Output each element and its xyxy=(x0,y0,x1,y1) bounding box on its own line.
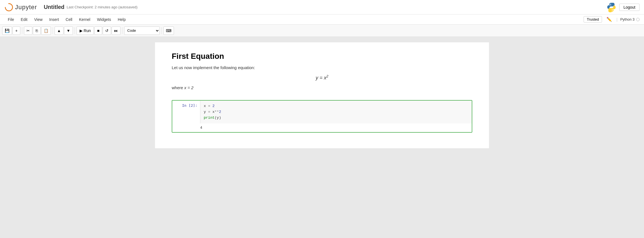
code-line-3: print(y) xyxy=(204,115,468,121)
edit-pencil-button[interactable]: ✏️ xyxy=(605,16,614,23)
checkpoint-info: Last Checkpoint: 2 minutes ago (autosave… xyxy=(67,5,137,9)
copy-cell-button[interactable]: ⎘ xyxy=(33,26,41,35)
kernel-info: Python 3 xyxy=(620,17,640,21)
menu-kernel[interactable]: Kernel xyxy=(76,16,94,23)
keyboard-shortcuts-button[interactable]: ⌨ xyxy=(163,26,174,35)
save-button[interactable]: 💾 xyxy=(2,26,12,35)
code-cell-inner: In [2]: x = 2 y = x**2 print(y) xyxy=(172,101,472,123)
separator-3 xyxy=(75,27,75,34)
separator-1 xyxy=(22,27,22,34)
menubar-right: Trusted ✏️ | Python 3 xyxy=(584,16,640,23)
svg-point-0 xyxy=(5,4,13,11)
restart-run-button[interactable]: ⏭ xyxy=(112,26,121,35)
jupyter-wordmark: Jupyter xyxy=(15,4,37,11)
markdown-cell: First Equation Let us now implement the … xyxy=(172,51,472,94)
separator-4 xyxy=(122,27,122,34)
menu-insert[interactable]: Insert xyxy=(46,16,62,23)
code-cell-1[interactable]: In [2]: x = 2 y = x**2 print(y) 4 xyxy=(172,100,472,133)
code-line-2: y = x**2 xyxy=(204,109,468,115)
menubar: File Edit View Insert Cell Kernel Widget… xyxy=(0,14,644,25)
logo-area: Jupyter xyxy=(4,3,37,12)
math-display: y = x2 xyxy=(172,74,472,81)
notebook-title[interactable]: Untitled xyxy=(44,4,64,10)
svg-point-1 xyxy=(610,4,611,4)
jupyter-logo-icon xyxy=(4,3,13,12)
move-down-button[interactable]: ▼ xyxy=(64,26,73,35)
run-button[interactable]: ▶ Run xyxy=(77,26,94,35)
heading-first-equation: First Equation xyxy=(172,52,472,61)
menu-view[interactable]: View xyxy=(31,16,46,23)
trusted-badge[interactable]: Trusted xyxy=(584,16,602,23)
restart-button[interactable]: ↺ xyxy=(103,26,111,35)
paste-cell-button[interactable]: 📋 xyxy=(41,26,51,35)
topbar: Jupyter Untitled Last Checkpoint: 2 minu… xyxy=(0,0,644,14)
move-up-button[interactable]: ▲ xyxy=(55,26,63,35)
python-logo-icon xyxy=(606,2,616,12)
menu-edit[interactable]: Edit xyxy=(18,16,31,23)
cut-cell-button[interactable]: ✂ xyxy=(24,26,32,35)
menu-file[interactable]: File xyxy=(4,16,18,23)
add-cell-button[interactable]: + xyxy=(13,26,20,35)
kernel-status-circle xyxy=(636,18,640,21)
menu-cell[interactable]: Cell xyxy=(62,16,76,23)
separator-2 xyxy=(53,27,53,34)
notebook-container: First Equation Let us now implement the … xyxy=(155,42,489,148)
cell-output: 4 xyxy=(172,123,472,132)
math-inline-x: x = 2 xyxy=(184,85,193,90)
markdown-paragraph-2: where x = 2 xyxy=(172,85,472,90)
cell-type-select[interactable]: Code Markdown Raw NBConvert Heading xyxy=(124,26,160,35)
markdown-paragraph-1: Let us now implement the following equat… xyxy=(172,65,472,70)
interrupt-button[interactable]: ■ xyxy=(94,26,102,35)
topbar-right: Logout xyxy=(606,2,640,12)
kernel-name-label: Python 3 xyxy=(620,17,635,21)
cell-prompt: In [2]: xyxy=(172,101,200,123)
main-content: First Equation Let us now implement the … xyxy=(0,37,644,238)
svg-point-2 xyxy=(612,10,613,11)
logout-button[interactable]: Logout xyxy=(619,4,640,11)
code-line-1: x = 2 xyxy=(204,103,468,109)
separator-5 xyxy=(161,27,162,34)
cell-code[interactable]: x = 2 y = x**2 print(y) xyxy=(200,101,472,123)
toolbar: 💾 + ✂ ⎘ 📋 ▲ ▼ ▶ Run ■ ↺ ⏭ Code Markdown … xyxy=(0,25,644,37)
menu-help[interactable]: Help xyxy=(114,16,129,23)
menu-widgets[interactable]: Widgets xyxy=(94,16,114,23)
